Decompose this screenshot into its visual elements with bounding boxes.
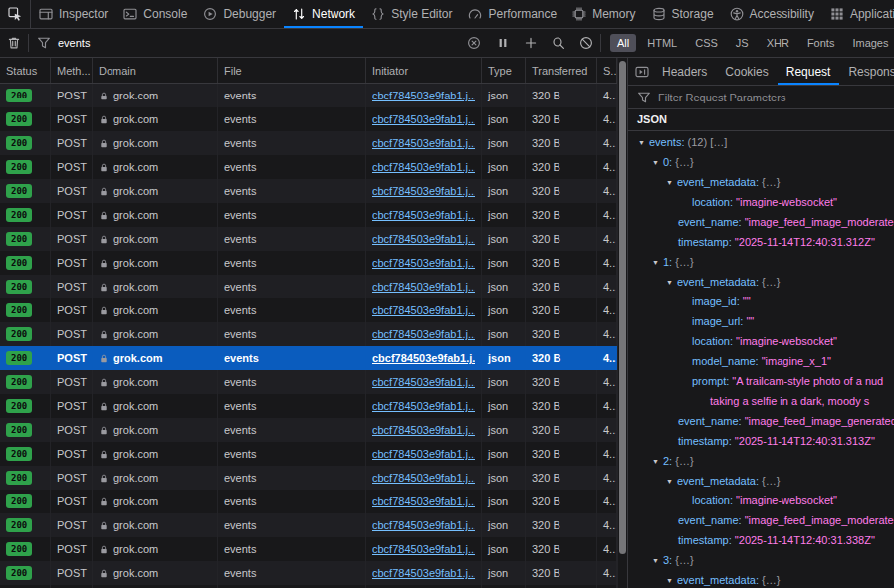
tree-node-events[interactable]: ▼events: (12) […]	[628, 132, 894, 152]
initiator-link[interactable]: cbcf784503e9fab1.j...	[372, 90, 475, 101]
initiator-link[interactable]: cbcf784503e9fab1.j...	[372, 543, 475, 555]
request-row[interactable]: 200POSTgrok.comeventscbcf784503e9fab1.j.…	[0, 490, 617, 513]
tab-debugger[interactable]: Debugger	[195, 0, 284, 28]
column-header[interactable]: Transferred	[526, 58, 597, 83]
request-row[interactable]: 200POSTgrok.comeventscbcf784503e9fab1.j.…	[0, 537, 617, 561]
filter-tab-all[interactable]: All	[610, 34, 636, 52]
tab-network[interactable]: Network	[284, 0, 363, 28]
filter-tab-xhr[interactable]: XHR	[760, 34, 796, 52]
tree-node-event_metadata[interactable]: ▼event_metadata: {…}	[628, 570, 894, 588]
initiator-link[interactable]: cbcf784503e9fab1.j...	[372, 424, 475, 436]
request-row[interactable]: 200POSTgrok.comeventscbcf784503e9fab1.j.…	[0, 513, 617, 537]
details-tab-request[interactable]: Request	[778, 58, 840, 85]
initiator-link[interactable]: cbcf784503e9fab1.j...	[372, 472, 475, 484]
filter-tab-css[interactable]: CSS	[688, 34, 725, 52]
pick-element-button[interactable]	[0, 0, 31, 28]
filter-tab-images[interactable]: Images	[845, 34, 894, 52]
initiator-link[interactable]: cbcf784503e9fab1.j...	[372, 257, 475, 269]
request-row[interactable]: 200POSTgrok.comeventscbcf784503e9fab1.j.…	[0, 251, 617, 275]
initiator-link[interactable]: cbcf784503e9fab1.j...	[372, 185, 475, 197]
tab-style-editor[interactable]: Style Editor	[363, 0, 460, 28]
initiator-link[interactable]: cbcf784503e9fab1.j...	[372, 519, 475, 531]
request-row[interactable]: 200POSTgrok.comeventscbcf784503e9fab1.j.…	[0, 394, 617, 418]
expand-arrow-icon[interactable]: ▼	[666, 472, 677, 490]
request-row[interactable]: 200POSTgrok.comeventscbcf784503e9fab1.j.…	[0, 442, 617, 466]
details-tab-headers[interactable]: Headers	[653, 58, 716, 85]
initiator-link[interactable]: cbcf784503e9fab1.j...	[372, 352, 475, 364]
filter-tab-js[interactable]: JS	[729, 34, 756, 52]
tab-storage[interactable]: Storage	[644, 0, 722, 28]
initiator-link[interactable]: cbcf784503e9fab1.j...	[372, 233, 475, 245]
tab-application[interactable]: Application	[822, 0, 894, 28]
request-row[interactable]: 200POSTgrok.comeventscbcf784503e9fab1.j.…	[0, 203, 617, 227]
column-header[interactable]: Meth...	[51, 58, 93, 83]
request-row[interactable]: 200POSTgrok.comeventscbcf784503e9fab1.j.…	[0, 227, 617, 251]
tab-accessibility[interactable]: Accessibility	[722, 0, 822, 28]
initiator-link[interactable]: cbcf784503e9fab1.j...	[372, 281, 475, 293]
expand-arrow-icon[interactable]: ▼	[638, 133, 649, 152]
clear-requests-button[interactable]	[0, 29, 28, 57]
column-header[interactable]: File	[218, 58, 366, 83]
expand-arrow-icon[interactable]: ▼	[652, 253, 663, 272]
tree-node-event_metadata[interactable]: ▼event_metadata: {…}	[628, 272, 894, 292]
request-row[interactable]: 200POSTgrok.comeventscbcf784503e9fab1.j.…	[0, 298, 617, 322]
filter-request-parameters-input[interactable]	[658, 92, 885, 103]
column-header[interactable]: S...	[597, 58, 617, 83]
column-header[interactable]: Status	[0, 58, 51, 83]
initiator-link[interactable]: cbcf784503e9fab1.j...	[372, 161, 475, 173]
column-header[interactable]: Domain	[93, 58, 218, 83]
request-row[interactable]: 200POSTgrok.comeventscbcf784503e9fab1.j.…	[0, 131, 617, 155]
tab-memory[interactable]: Memory	[564, 0, 643, 28]
pause-button[interactable]	[489, 29, 517, 57]
initiator-link[interactable]: cbcf784503e9fab1.j...	[372, 376, 475, 388]
initiator-link[interactable]: cbcf784503e9fab1.j...	[372, 567, 475, 579]
expand-arrow-icon[interactable]: ▼	[652, 153, 663, 172]
tab-performance[interactable]: Performance	[460, 0, 564, 28]
tree-node-3[interactable]: ▼3: {…}	[628, 550, 894, 570]
request-row[interactable]: 200POSTgrok.comeventscbcf784503e9fab1.j.…	[0, 84, 617, 107]
initiator-link[interactable]: cbcf784503e9fab1.j...	[372, 137, 475, 149]
initiator-link[interactable]: cbcf784503e9fab1.j...	[372, 304, 475, 316]
table-scrollbar[interactable]	[617, 58, 627, 588]
request-row[interactable]: 200POSTgrok.comeventscbcf784503e9fab1.j.…	[0, 346, 617, 370]
expand-arrow-icon[interactable]: ▼	[666, 173, 677, 192]
expand-arrow-icon[interactable]: ▼	[666, 571, 677, 588]
initiator-link[interactable]: cbcf784503e9fab1.j...	[372, 113, 475, 125]
initiator-link[interactable]: cbcf784503e9fab1.j...	[372, 328, 475, 340]
search-button[interactable]	[545, 29, 572, 57]
tree-node-event_metadata[interactable]: ▼event_metadata: {…}	[628, 471, 894, 490]
request-row[interactable]: 200POSTgrok.comeventscbcf784503e9fab1.j.…	[0, 322, 617, 346]
new-request-button[interactable]	[517, 29, 545, 57]
initiator-link[interactable]: cbcf784503e9fab1.j...	[372, 209, 475, 221]
expand-arrow-icon[interactable]: ▼	[666, 273, 677, 292]
request-row[interactable]: 200POSTgrok.comeventscbcf784503e9fab1.j.…	[0, 179, 617, 203]
json-section-header[interactable]: JSON	[628, 109, 894, 131]
scrollbar-thumb[interactable]	[619, 61, 626, 554]
tree-node-0[interactable]: ▼0: {…}	[628, 152, 894, 172]
expand-arrow-icon[interactable]: ▼	[652, 551, 663, 570]
request-row[interactable]: 200POSTgrok.comeventscbcf784503e9fab1.j.…	[0, 418, 617, 442]
column-header[interactable]: Initiator	[366, 58, 482, 83]
request-row[interactable]: 200POSTgrok.comeventscbcf784503e9fab1.j.…	[0, 466, 617, 490]
tab-console[interactable]: Console	[115, 0, 195, 28]
tree-node-1[interactable]: ▼1: {…}	[628, 252, 894, 272]
filter-tab-html[interactable]: HTML	[640, 34, 684, 52]
initiator-link[interactable]: cbcf784503e9fab1.j...	[372, 495, 475, 507]
expand-arrow-icon[interactable]: ▼	[652, 452, 663, 471]
tab-inspector[interactable]: Inspector	[31, 0, 115, 28]
play-pause-icon[interactable]	[635, 65, 649, 79]
block-button[interactable]	[572, 29, 600, 57]
request-row[interactable]: 200POSTgrok.comeventscbcf784503e9fab1.j.…	[0, 561, 617, 585]
request-row[interactable]: 200POSTgrok.comeventscbcf784503e9fab1.j.…	[0, 275, 617, 298]
details-tab-cookies[interactable]: Cookies	[716, 58, 777, 85]
details-tab-response[interactable]: Response	[839, 58, 894, 85]
tree-node-2[interactable]: ▼2: {…}	[628, 451, 894, 471]
clear-filter-button[interactable]	[467, 36, 481, 50]
request-row[interactable]: 200POSTgrok.comeventscbcf784503e9fab1.j.…	[0, 155, 617, 179]
filter-tab-fonts[interactable]: Fonts	[800, 34, 842, 52]
tree-node-event_metadata[interactable]: ▼event_metadata: {…}	[628, 172, 894, 192]
column-header[interactable]: Type	[482, 58, 526, 83]
request-row[interactable]: 200POSTgrok.comeventscbcf784503e9fab1.j.…	[0, 107, 617, 131]
request-row[interactable]: 200POSTgrok.comeventscbcf784503e9fab1.j.…	[0, 370, 617, 394]
initiator-link[interactable]: cbcf784503e9fab1.j...	[372, 400, 475, 412]
